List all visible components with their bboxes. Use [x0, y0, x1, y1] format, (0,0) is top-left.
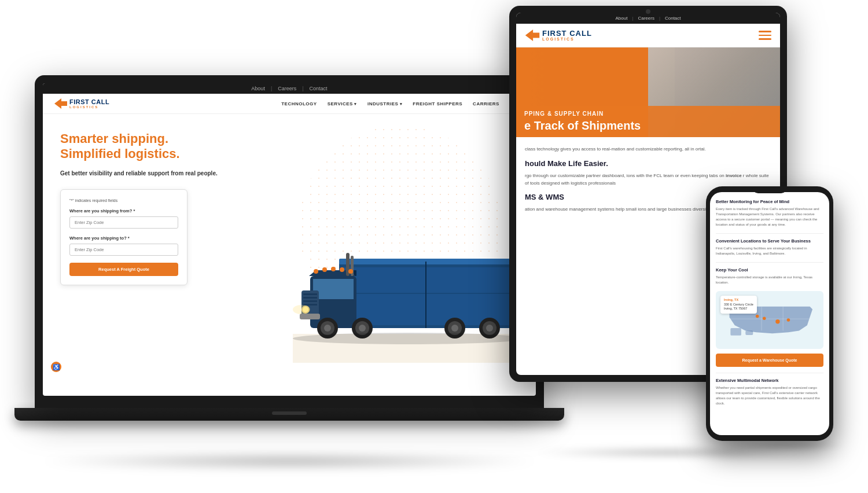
hamburger-line-3 — [759, 38, 771, 40]
svg-point-39 — [348, 269, 353, 274]
mobile-section1-title: Better Monitoring for Peace of Mind — [716, 199, 823, 204]
map-tooltip: Irving, TX 330 E Century Circle Irving, … — [720, 296, 757, 314]
tablet-contact-link[interactable]: Contact — [665, 16, 681, 21]
truck-svg — [293, 201, 536, 363]
hamburger-menu-button[interactable] — [759, 31, 771, 40]
svg-rect-15 — [303, 293, 317, 295]
laptop-nav-links: TECHNOLOGY SERVICES INDUSTRIES FREIGHT S… — [281, 101, 524, 106]
mobile-screen: Better Monitoring for Peace of Mind Ever… — [710, 192, 829, 435]
mobile-shadow — [718, 441, 845, 450]
laptop-screen: About | Careers | Contact FIRST CALL LO — [43, 83, 536, 396]
mobile-section2-title: Convenient Locations to Serve Your Busin… — [716, 238, 823, 244]
to-zip-input[interactable] — [69, 244, 178, 256]
tablet-camera — [646, 9, 650, 14]
tablet-navbar: FIRST CALL LOGISTICS — [516, 24, 780, 47]
mobile-notch — [752, 186, 787, 193]
tablet-sep2: | — [659, 16, 660, 21]
freight-quote-button[interactable]: Request A Freight Quote — [69, 263, 178, 276]
svg-point-28 — [359, 325, 366, 332]
laptop-logo-text: FIRST CALL LOGISTICS — [69, 99, 109, 109]
svg-rect-18 — [303, 304, 317, 306]
nav-freight[interactable]: FREIGHT SHIPPERS — [413, 101, 462, 106]
tablet-sep1: | — [632, 16, 633, 21]
laptop-hinge — [272, 411, 307, 415]
to-label: Where are you shipping to? * — [69, 236, 178, 241]
hero-subtext: Get better visibility and reliable suppo… — [60, 169, 253, 178]
mobile-content: Better Monitoring for Peace of Mind Ever… — [710, 192, 829, 435]
svg-marker-0 — [54, 98, 67, 109]
mobile-section-2: Convenient Locations to Serve Your Busin… — [716, 238, 823, 256]
mobile-section3-title: Keep Your Cool — [716, 267, 823, 273]
svg-point-31 — [451, 325, 458, 332]
tablet-hero-section: PPING & SUPPLY CHAIN e Track of Shipment… — [516, 47, 780, 137]
svg-point-36 — [322, 267, 327, 272]
tablet-logo-text: FIRST CALL LOGISTICS — [542, 30, 592, 41]
mobile-section-1: Better Monitoring for Peace of Mind Ever… — [716, 199, 823, 227]
nav-carriers[interactable]: CARRIERS — [473, 101, 499, 106]
hamburger-line-2 — [759, 35, 771, 36]
mobile-body: Better Monitoring for Peace of Mind Ever… — [706, 186, 833, 441]
svg-rect-17 — [303, 300, 317, 302]
tablet-hero-label: PPING & SUPPLY CHAIN — [524, 111, 772, 117]
svg-rect-50 — [745, 331, 753, 335]
fcl-logo-arrow-icon — [54, 98, 67, 109]
warehouse-quote-button[interactable]: Request a Warehouse Quote — [716, 354, 823, 367]
svg-point-46 — [763, 317, 766, 320]
tablet-logo-icon — [525, 30, 540, 41]
tablet-about-link[interactable]: About — [615, 16, 627, 21]
nav-technology[interactable]: TECHNOLOGY — [281, 101, 317, 106]
map-tooltip-address: 330 E Century Circle — [724, 303, 753, 307]
hero-headline-line1: Smarter shipping. — [60, 131, 253, 146]
laptop-brand-name: FIRST CALL — [69, 99, 109, 105]
mobile-divider-2 — [716, 262, 823, 263]
hero-headline: Smarter shipping. Simplified logistics. — [60, 131, 253, 162]
svg-point-40 — [293, 333, 524, 344]
laptop-contact-link[interactable]: Contact — [310, 86, 328, 91]
laptop-device: About | Careers | Contact FIRST CALL LO — [35, 75, 544, 434]
laptop-base — [14, 408, 564, 421]
svg-point-34 — [486, 325, 493, 332]
nav-services[interactable]: SERVICES — [328, 101, 357, 106]
mobile-section3-text: Temperature-controlled storage is availa… — [716, 275, 823, 285]
laptop-hero: Smarter shipping. Simplified logistics. … — [43, 114, 536, 380]
svg-point-21 — [293, 305, 310, 314]
mobile-section-3: Keep Your Cool Temperature-controlled st… — [716, 267, 823, 285]
svg-rect-16 — [303, 297, 317, 299]
mobile-section2-text: First Call's warehousing facilities are … — [716, 246, 823, 256]
svg-rect-49 — [730, 328, 741, 336]
svg-marker-10 — [313, 279, 354, 299]
laptop-sep2: | — [302, 86, 303, 91]
hero-headline-line2: Simplified logistics. — [60, 146, 253, 161]
laptop-logo: FIRST CALL LOGISTICS — [54, 98, 109, 109]
svg-point-38 — [340, 267, 344, 272]
svg-point-47 — [756, 315, 759, 318]
svg-point-35 — [314, 269, 318, 274]
map-tooltip-city: Irving, TX — [724, 298, 753, 303]
laptop-navbar: FIRST CALL LOGISTICS TECHNOLOGY SERVICES… — [43, 94, 536, 114]
laptop-careers-link[interactable]: Careers — [278, 86, 296, 91]
svg-rect-22 — [300, 314, 320, 319]
hero-left-panel: Smarter shipping. Simplified logistics. … — [43, 114, 264, 380]
mobile-ext-text: Whether you need partial shipments exped… — [716, 385, 823, 406]
from-label: Where are you shipping from? * — [69, 208, 178, 214]
tablet-logo-sub: LOGISTICS — [542, 37, 592, 41]
tablet-top-bar: About | Careers | Contact — [516, 13, 780, 24]
mobile-ext-section: Extensive Multimodal Network Whether you… — [716, 378, 823, 406]
laptop-about-link[interactable]: About — [251, 86, 265, 91]
laptop-shadow — [35, 452, 544, 470]
tablet-careers-link[interactable]: Careers — [638, 16, 654, 21]
map-tooltip-zip: Irving, TX 75067 — [724, 307, 753, 311]
mobile-device: Better Monitoring for Peace of Mind Ever… — [706, 186, 833, 441]
required-fields-note: "*" indicates required fields — [69, 198, 178, 203]
laptop-logo-sub: LOGISTICS — [69, 105, 109, 109]
mobile-section1-text: Every item is tracked through First Call… — [716, 207, 823, 227]
truck-image-container — [293, 201, 536, 374]
laptop-top-bar: About | Careers | Contact — [43, 83, 536, 94]
laptop-body: About | Careers | Contact FIRST CALL LO — [35, 75, 544, 408]
tablet-body2: rgo through our customizable partner das… — [525, 172, 771, 187]
nav-industries[interactable]: INDUSTRIES — [367, 101, 402, 106]
svg-point-48 — [787, 318, 790, 322]
mobile-divider-3 — [716, 373, 823, 373]
svg-point-45 — [775, 319, 779, 323]
from-zip-input[interactable] — [69, 216, 178, 229]
